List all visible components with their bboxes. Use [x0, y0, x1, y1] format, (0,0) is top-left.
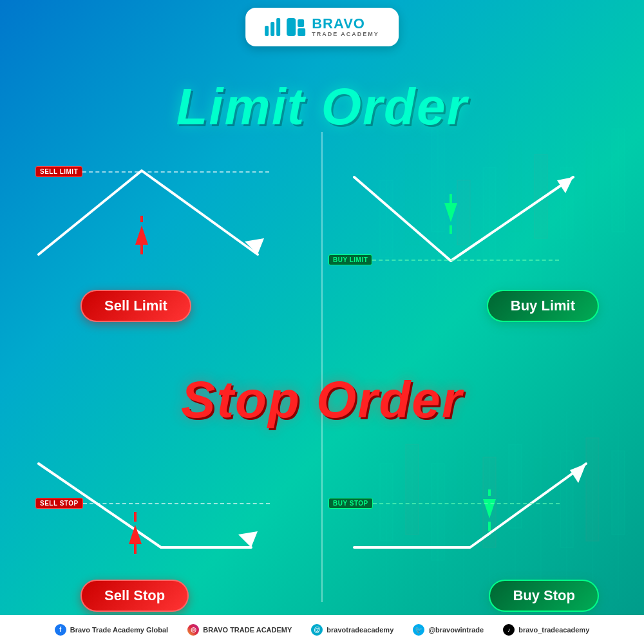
logo-b-left: [287, 18, 296, 36]
svg-rect-31: [509, 444, 522, 528]
sell-limit-badge: SELL LIMIT: [35, 166, 82, 177]
svg-rect-27: [457, 451, 470, 535]
buy-limit-dashed-line: [372, 260, 559, 261]
footer-item-facebook: f Bravo Trade Academy Global: [55, 624, 168, 636]
instagram-icon: ◎: [187, 624, 199, 636]
footer-label-twitter: @bravowintrade: [428, 626, 484, 634]
logo-icon: [265, 18, 305, 36]
sell-stop-label-line: SELL STOP: [35, 498, 270, 509]
footer-item-tiktok: ♪ bravo_tradeacademy: [503, 624, 589, 636]
buy-stop-dashed-line: [373, 503, 560, 504]
sell-stop-badge: SELL STOP: [35, 498, 83, 509]
svg-rect-13: [535, 155, 547, 238]
svg-rect-23: [406, 444, 419, 535]
svg-rect-7: [457, 180, 470, 245]
logo-text-area: BRAVO TRADE ACADEMY: [312, 17, 379, 37]
sell-limit-dashed-line: [82, 171, 269, 173]
svg-rect-9: [483, 167, 496, 264]
buy-stop-badge: BUY STOP: [328, 498, 373, 509]
buy-limit-label-line: BUY LIMIT: [328, 254, 559, 265]
svg-marker-48: [238, 531, 258, 547]
buy-stop-label-line: BUY STOP: [328, 498, 560, 509]
footer-item-instagram: ◎ BRAVO TRADE ACADEMY: [187, 624, 292, 636]
svg-rect-5: [431, 129, 444, 232]
tiktok-icon: ♪: [503, 624, 515, 636]
sell-limit-button[interactable]: Sell Limit: [80, 290, 191, 322]
web-icon: @: [311, 624, 323, 636]
facebook-icon: f: [55, 624, 66, 636]
svg-rect-19: [612, 129, 625, 232]
svg-rect-39: [612, 451, 625, 535]
sell-limit-chart: [19, 132, 303, 280]
svg-marker-49: [129, 525, 142, 544]
logo-title: BRAVO: [312, 17, 379, 31]
svg-rect-11: [509, 142, 522, 232]
sell-stop-dashed-line: [83, 503, 270, 504]
sell-limit-label-line: SELL LIMIT: [35, 166, 269, 177]
svg-rect-15: [560, 167, 573, 238]
svg-rect-1: [380, 180, 393, 258]
buy-limit-badge: BUY LIMIT: [328, 254, 372, 265]
vertical-divider: [321, 132, 323, 602]
svg-rect-37: [586, 438, 599, 541]
logo-subtitle: TRADE ACADEMY: [312, 31, 379, 37]
logo-area: BRAVO TRADE ACADEMY: [245, 8, 399, 46]
buy-limit-button[interactable]: Buy Limit: [487, 290, 599, 322]
main-container: BRAVO TRADE ACADEMY Limit Order SELL LIM…: [0, 0, 644, 644]
footer: f Bravo Trade Academy Global ◎ BRAVO TRA…: [0, 615, 644, 644]
svg-rect-33: [535, 457, 547, 535]
logo-bump-bot: [298, 28, 305, 36]
svg-marker-40: [245, 238, 264, 254]
svg-marker-41: [135, 225, 148, 245]
svg-rect-25: [431, 464, 444, 560]
svg-rect-3: [406, 155, 419, 245]
twitter-icon: 🐦: [413, 624, 424, 636]
logo-b-bumps: [298, 19, 305, 36]
sell-stop-button[interactable]: Sell Stop: [80, 580, 189, 612]
svg-marker-45: [444, 203, 457, 222]
svg-marker-52: [570, 464, 586, 483]
footer-item-web: @ bravotradeacademy: [311, 624, 393, 636]
svg-rect-17: [586, 142, 599, 251]
logo-bar-2: [270, 22, 274, 36]
footer-label-web: bravotradeacademy: [327, 626, 393, 634]
footer-label-facebook: Bravo Trade Academy Global: [70, 626, 168, 634]
footer-label-tiktok: bravo_tradeacademy: [518, 626, 589, 634]
svg-rect-35: [560, 451, 573, 547]
logo-bar-1: [265, 26, 269, 36]
buy-stop-button[interactable]: Buy Stop: [489, 580, 599, 612]
logo-bump-top: [298, 19, 304, 27]
limit-order-title: Limit Order: [176, 77, 468, 137]
stop-order-title: Stop Order: [181, 370, 463, 430]
footer-item-twitter: 🐦 @bravowintrade: [413, 624, 484, 636]
footer-label-instagram: BRAVO TRADE ACADEMY: [203, 626, 292, 634]
logo-bar-3: [276, 18, 280, 36]
svg-marker-44: [557, 177, 573, 193]
